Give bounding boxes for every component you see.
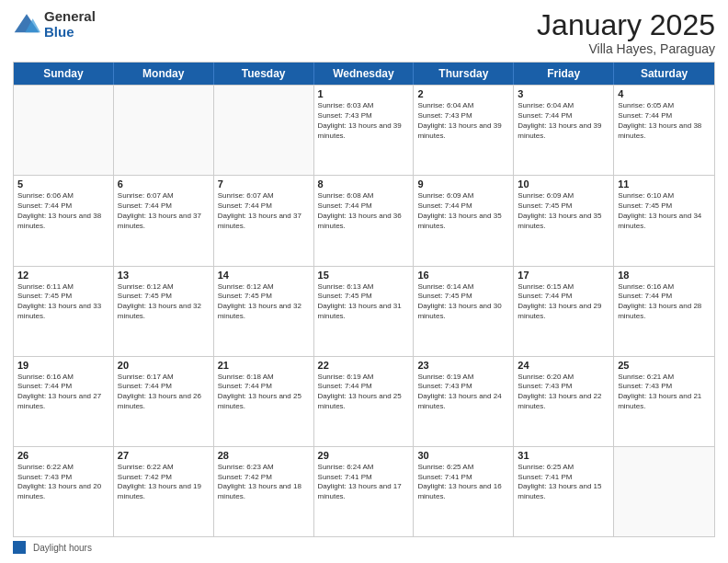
weekday-header-wednesday: Wednesday bbox=[314, 63, 415, 85]
day-number: 1 bbox=[318, 88, 410, 99]
weekday-header-friday: Friday bbox=[514, 63, 614, 85]
day-number: 14 bbox=[218, 270, 310, 281]
calendar-day-20: 20Sunrise: 6:17 AM Sunset: 7:44 PM Dayli… bbox=[114, 357, 214, 446]
weekday-header-tuesday: Tuesday bbox=[214, 63, 314, 85]
logo-general: General bbox=[44, 9, 96, 25]
day-info: Sunrise: 6:16 AM Sunset: 7:44 PM Dayligh… bbox=[17, 373, 109, 412]
day-info: Sunrise: 6:11 AM Sunset: 7:45 PM Dayligh… bbox=[17, 282, 109, 322]
day-number: 22 bbox=[318, 360, 410, 371]
day-info: Sunrise: 6:14 AM Sunset: 7:45 PM Dayligh… bbox=[417, 282, 509, 322]
day-number: 15 bbox=[318, 270, 410, 281]
calendar-day-14: 14Sunrise: 6:12 AM Sunset: 7:45 PM Dayli… bbox=[214, 267, 314, 356]
calendar-day-22: 22Sunrise: 6:19 AM Sunset: 7:44 PM Dayli… bbox=[314, 357, 415, 446]
day-info: Sunrise: 6:21 AM Sunset: 7:43 PM Dayligh… bbox=[618, 373, 711, 412]
day-number: 19 bbox=[17, 360, 109, 371]
day-info: Sunrise: 6:17 AM Sunset: 7:44 PM Dayligh… bbox=[118, 373, 210, 412]
day-number: 13 bbox=[118, 270, 210, 281]
header: General Blue January 2025 Villa Hayes, P… bbox=[13, 9, 715, 56]
calendar-day-8: 8Sunrise: 6:08 AM Sunset: 7:44 PM Daylig… bbox=[314, 176, 415, 265]
calendar-day-21: 21Sunrise: 6:18 AM Sunset: 7:44 PM Dayli… bbox=[214, 357, 314, 446]
day-number: 10 bbox=[518, 178, 609, 190]
calendar-row-3: 12Sunrise: 6:11 AM Sunset: 7:45 PM Dayli… bbox=[14, 266, 714, 356]
calendar-body: 1Sunrise: 6:03 AM Sunset: 7:43 PM Daylig… bbox=[14, 85, 714, 536]
day-info: Sunrise: 6:15 AM Sunset: 7:44 PM Dayligh… bbox=[518, 282, 609, 322]
calendar-day-24: 24Sunrise: 6:20 AM Sunset: 7:43 PM Dayli… bbox=[514, 357, 614, 446]
calendar-row-1: 1Sunrise: 6:03 AM Sunset: 7:43 PM Daylig… bbox=[14, 85, 714, 175]
title-block: January 2025 Villa Hayes, Paraguay bbox=[537, 9, 715, 56]
day-info: Sunrise: 6:18 AM Sunset: 7:44 PM Dayligh… bbox=[218, 373, 310, 412]
day-info: Sunrise: 6:19 AM Sunset: 7:44 PM Dayligh… bbox=[318, 373, 410, 412]
day-number: 29 bbox=[318, 450, 410, 461]
calendar-day-12: 12Sunrise: 6:11 AM Sunset: 7:45 PM Dayli… bbox=[14, 267, 114, 356]
day-number: 31 bbox=[518, 450, 609, 461]
day-info: Sunrise: 6:09 AM Sunset: 7:45 PM Dayligh… bbox=[518, 191, 609, 231]
logo-text: General Blue bbox=[44, 9, 96, 40]
calendar-day-7: 7Sunrise: 6:07 AM Sunset: 7:44 PM Daylig… bbox=[214, 176, 314, 265]
day-number: 28 bbox=[218, 450, 310, 461]
day-info: Sunrise: 6:16 AM Sunset: 7:44 PM Dayligh… bbox=[618, 282, 711, 322]
day-number: 30 bbox=[417, 450, 509, 461]
calendar-day-2: 2Sunrise: 6:04 AM Sunset: 7:43 PM Daylig… bbox=[414, 86, 514, 175]
day-info: Sunrise: 6:03 AM Sunset: 7:43 PM Dayligh… bbox=[318, 101, 410, 141]
calendar-day-empty bbox=[214, 86, 314, 175]
calendar-day-31: 31Sunrise: 6:25 AM Sunset: 7:41 PM Dayli… bbox=[514, 447, 614, 536]
calendar-day-27: 27Sunrise: 6:22 AM Sunset: 7:42 PM Dayli… bbox=[114, 447, 214, 536]
day-number: 9 bbox=[417, 178, 509, 190]
footer: Daylight hours bbox=[13, 541, 715, 554]
day-info: Sunrise: 6:07 AM Sunset: 7:44 PM Dayligh… bbox=[118, 191, 210, 231]
day-info: Sunrise: 6:12 AM Sunset: 7:45 PM Dayligh… bbox=[218, 282, 310, 322]
weekday-header-thursday: Thursday bbox=[414, 63, 514, 85]
calendar-day-17: 17Sunrise: 6:15 AM Sunset: 7:44 PM Dayli… bbox=[514, 267, 614, 356]
calendar-row-5: 26Sunrise: 6:22 AM Sunset: 7:43 PM Dayli… bbox=[14, 446, 714, 536]
day-number: 20 bbox=[118, 360, 210, 371]
calendar-day-1: 1Sunrise: 6:03 AM Sunset: 7:43 PM Daylig… bbox=[314, 86, 415, 175]
day-number: 4 bbox=[618, 88, 711, 99]
calendar-row-4: 19Sunrise: 6:16 AM Sunset: 7:44 PM Dayli… bbox=[14, 356, 714, 446]
day-info: Sunrise: 6:24 AM Sunset: 7:41 PM Dayligh… bbox=[318, 463, 410, 502]
calendar-day-15: 15Sunrise: 6:13 AM Sunset: 7:45 PM Dayli… bbox=[314, 267, 415, 356]
day-info: Sunrise: 6:04 AM Sunset: 7:44 PM Dayligh… bbox=[518, 101, 609, 141]
day-number: 24 bbox=[518, 360, 609, 371]
day-number: 16 bbox=[417, 270, 509, 281]
day-number: 26 bbox=[17, 450, 109, 461]
calendar: SundayMondayTuesdayWednesdayThursdayFrid… bbox=[13, 62, 715, 537]
day-info: Sunrise: 6:22 AM Sunset: 7:43 PM Dayligh… bbox=[17, 463, 109, 502]
weekday-header-monday: Monday bbox=[114, 63, 214, 85]
calendar-day-empty bbox=[614, 447, 714, 536]
calendar-day-6: 6Sunrise: 6:07 AM Sunset: 7:44 PM Daylig… bbox=[114, 176, 214, 265]
day-number: 6 bbox=[118, 178, 210, 190]
day-number: 11 bbox=[618, 178, 711, 190]
day-number: 2 bbox=[417, 88, 509, 99]
calendar-day-25: 25Sunrise: 6:21 AM Sunset: 7:43 PM Dayli… bbox=[614, 357, 714, 446]
calendar-day-18: 18Sunrise: 6:16 AM Sunset: 7:44 PM Dayli… bbox=[614, 267, 714, 356]
calendar-day-16: 16Sunrise: 6:14 AM Sunset: 7:45 PM Dayli… bbox=[414, 267, 514, 356]
calendar-header: SundayMondayTuesdayWednesdayThursdayFrid… bbox=[14, 63, 714, 85]
calendar-day-10: 10Sunrise: 6:09 AM Sunset: 7:45 PM Dayli… bbox=[514, 176, 614, 265]
title-location: Villa Hayes, Paraguay bbox=[537, 41, 715, 56]
daylight-label: Daylight hours bbox=[33, 543, 92, 553]
calendar-day-29: 29Sunrise: 6:24 AM Sunset: 7:41 PM Dayli… bbox=[314, 447, 415, 536]
day-info: Sunrise: 6:13 AM Sunset: 7:45 PM Dayligh… bbox=[318, 282, 410, 322]
calendar-day-9: 9Sunrise: 6:09 AM Sunset: 7:44 PM Daylig… bbox=[414, 176, 514, 265]
day-info: Sunrise: 6:25 AM Sunset: 7:41 PM Dayligh… bbox=[518, 463, 609, 502]
logo: General Blue bbox=[13, 9, 96, 40]
logo-blue: Blue bbox=[44, 25, 96, 40]
day-info: Sunrise: 6:20 AM Sunset: 7:43 PM Dayligh… bbox=[518, 373, 609, 412]
title-month: January 2025 bbox=[537, 9, 715, 41]
calendar-day-23: 23Sunrise: 6:19 AM Sunset: 7:43 PM Dayli… bbox=[414, 357, 514, 446]
day-info: Sunrise: 6:05 AM Sunset: 7:44 PM Dayligh… bbox=[618, 101, 711, 141]
day-info: Sunrise: 6:22 AM Sunset: 7:42 PM Dayligh… bbox=[118, 463, 210, 502]
day-number: 12 bbox=[17, 270, 109, 281]
day-info: Sunrise: 6:12 AM Sunset: 7:45 PM Dayligh… bbox=[118, 282, 210, 322]
day-number: 17 bbox=[518, 270, 609, 281]
page: General Blue January 2025 Villa Hayes, P… bbox=[0, 0, 728, 563]
day-info: Sunrise: 6:04 AM Sunset: 7:43 PM Dayligh… bbox=[417, 101, 509, 141]
calendar-day-empty bbox=[114, 86, 214, 175]
day-number: 7 bbox=[218, 178, 310, 190]
calendar-day-4: 4Sunrise: 6:05 AM Sunset: 7:44 PM Daylig… bbox=[614, 86, 714, 175]
day-number: 3 bbox=[518, 88, 609, 99]
weekday-header-saturday: Saturday bbox=[614, 63, 714, 85]
calendar-day-28: 28Sunrise: 6:23 AM Sunset: 7:42 PM Dayli… bbox=[214, 447, 314, 536]
day-number: 5 bbox=[17, 178, 109, 190]
calendar-day-26: 26Sunrise: 6:22 AM Sunset: 7:43 PM Dayli… bbox=[14, 447, 114, 536]
